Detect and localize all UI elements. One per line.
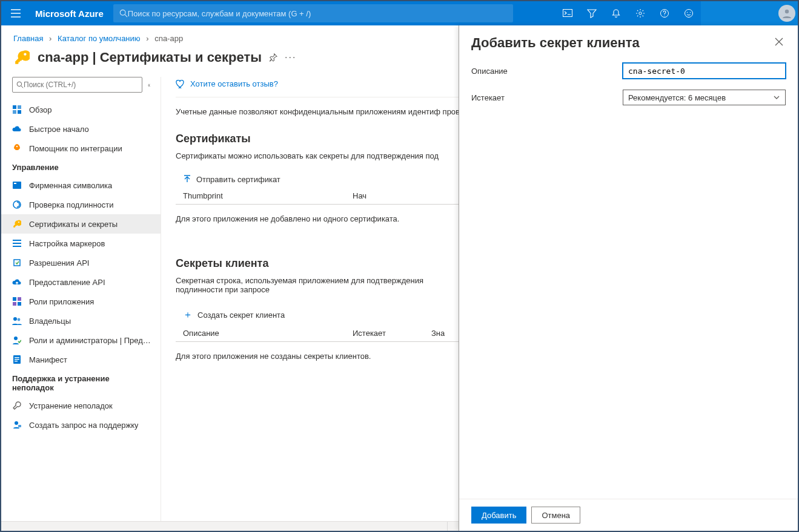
- add-button[interactable]: Добавить: [471, 507, 526, 524]
- svg-rect-22: [14, 260, 20, 266]
- close-icon: [775, 38, 783, 46]
- sidebar-item-label: Разрешения API: [29, 258, 89, 268]
- avatar: [778, 5, 795, 22]
- add-secret-panel: Добавить секрет клиента Описание Истекае…: [459, 25, 798, 531]
- global-search-input[interactable]: [128, 9, 507, 18]
- sidebar-search-input[interactable]: [24, 80, 138, 89]
- sidebar-item-owners[interactable]: Владельцы: [1, 311, 161, 330]
- svg-rect-16: [13, 182, 21, 189]
- api-perm-icon: [12, 258, 22, 268]
- person-icon: [781, 8, 792, 19]
- svg-point-3: [639, 12, 642, 15]
- wrench-icon: [12, 401, 22, 410]
- manifest-icon: [12, 355, 22, 364]
- sidebar-item-troubleshoot[interactable]: Устранение неполадок: [1, 396, 161, 415]
- svg-rect-24: [18, 297, 21, 301]
- sidebar-item-expose-api[interactable]: Предоставление API: [1, 272, 161, 292]
- column-thumbprint: Thumbprint: [183, 191, 353, 200]
- pin-button[interactable]: [269, 53, 277, 62]
- cloud-shell-button[interactable]: [555, 1, 580, 25]
- svg-point-29: [14, 337, 18, 340]
- svg-rect-32: [15, 359, 19, 360]
- sidebar-item-overview[interactable]: Обзор: [1, 100, 161, 119]
- expires-select[interactable]: Рекомендуется: 6 месяцев: [623, 90, 786, 105]
- svg-point-9: [17, 82, 22, 87]
- sidebar-item-certificates[interactable]: Сертификаты и секреты: [1, 214, 161, 234]
- column-description: Описание: [183, 329, 353, 338]
- sidebar-item-api-permissions[interactable]: Разрешения API: [1, 253, 161, 272]
- sidebar-item-roles-admins[interactable]: Роли и администраторы | Предва...: [1, 330, 161, 350]
- description-input[interactable]: [623, 63, 786, 79]
- search-icon: [119, 9, 128, 18]
- sidebar-item-integration[interactable]: Помощник по интеграции: [1, 139, 161, 158]
- svg-rect-33: [15, 361, 18, 361]
- settings-button[interactable]: [628, 1, 652, 25]
- cancel-button[interactable]: Отмена: [531, 507, 580, 524]
- hamburger-menu[interactable]: [1, 1, 30, 25]
- sidebar-item-authentication[interactable]: Проверка подлинности: [1, 195, 161, 214]
- key-icon: [12, 219, 22, 229]
- sidebar-item-branding[interactable]: Фирменная символика: [1, 176, 161, 195]
- svg-point-8: [785, 10, 789, 13]
- chevron-right-icon: ›: [49, 34, 51, 43]
- column-start: Нач: [353, 191, 366, 200]
- global-search[interactable]: [113, 4, 513, 22]
- collapse-sidebar-button[interactable]: «: [148, 81, 150, 88]
- token-icon: [12, 238, 22, 248]
- feedback-text: Хотите оставить отзыв?: [190, 79, 278, 88]
- account-block[interactable]: [701, 1, 798, 25]
- label-description: Описание: [471, 67, 623, 76]
- sidebar-item-support-request[interactable]: Создать запрос на поддержку: [1, 415, 161, 435]
- horizontal-scrollbar[interactable]: [1, 521, 459, 531]
- svg-line-10: [21, 86, 23, 88]
- feedback-button[interactable]: [677, 1, 701, 25]
- svg-rect-26: [18, 302, 21, 306]
- sidebar-item-manifest[interactable]: Манифест: [1, 350, 161, 369]
- label-expires: Истекает: [471, 93, 623, 102]
- breadcrumb-link-home[interactable]: Главная: [13, 34, 43, 43]
- sidebar-item-label: Быстрое начало: [29, 125, 89, 134]
- svg-point-0: [120, 10, 125, 15]
- svg-rect-14: [18, 110, 21, 114]
- directory-filter-button[interactable]: [580, 1, 604, 25]
- topbar-actions: [555, 1, 798, 25]
- more-actions-button[interactable]: ···: [285, 52, 296, 63]
- breadcrumb-link-directory[interactable]: Каталог по умолчанию: [58, 34, 140, 43]
- svg-line-1: [125, 15, 127, 17]
- expose-api-icon: [12, 277, 22, 287]
- svg-point-15: [16, 146, 18, 147]
- client-secrets-description: Секретная строка, используемая приложени…: [176, 276, 430, 294]
- svg-rect-23: [13, 297, 16, 301]
- upload-certificate-label: Отправить сертификат: [196, 175, 280, 184]
- topbar: Microsoft Azure: [1, 1, 798, 25]
- smiley-icon: [684, 8, 694, 18]
- svg-rect-19: [13, 240, 21, 241]
- svg-rect-12: [18, 105, 21, 109]
- brand-label[interactable]: Microsoft Azure: [30, 8, 113, 19]
- svg-rect-20: [13, 243, 21, 244]
- svg-point-7: [690, 12, 691, 13]
- plus-icon: ＋: [183, 309, 193, 321]
- sidebar-item-label: Настройка маркеров: [29, 239, 105, 248]
- sidebar-item-quickstart[interactable]: Быстрое начало: [1, 119, 161, 139]
- support-icon: [12, 420, 22, 430]
- breadcrumb-current: cna-app: [154, 34, 183, 43]
- bell-icon: [611, 8, 621, 18]
- sidebar-search[interactable]: [12, 77, 142, 93]
- sidebar-item-label: Помощник по интеграции: [29, 144, 122, 153]
- svg-point-28: [18, 318, 21, 321]
- upload-icon: [183, 175, 191, 183]
- svg-rect-17: [14, 183, 16, 184]
- expires-value: Рекомендуется: 6 месяцев: [628, 93, 726, 102]
- hamburger-icon: [11, 9, 21, 18]
- sidebar-item-token-config[interactable]: Настройка маркеров: [1, 234, 161, 253]
- panel-close-button[interactable]: [772, 35, 786, 48]
- page-title: cna-app | Сертификаты и секреты: [38, 50, 262, 65]
- sidebar-item-label: Фирменная символика: [29, 181, 112, 190]
- grid-icon: [12, 105, 22, 114]
- notifications-button[interactable]: [604, 1, 628, 25]
- column-expires: Истекает: [353, 329, 431, 338]
- new-client-secret-label: Создать секрет клиента: [197, 310, 285, 320]
- help-button[interactable]: [652, 1, 677, 25]
- sidebar-item-app-roles[interactable]: Роли приложения: [1, 292, 161, 311]
